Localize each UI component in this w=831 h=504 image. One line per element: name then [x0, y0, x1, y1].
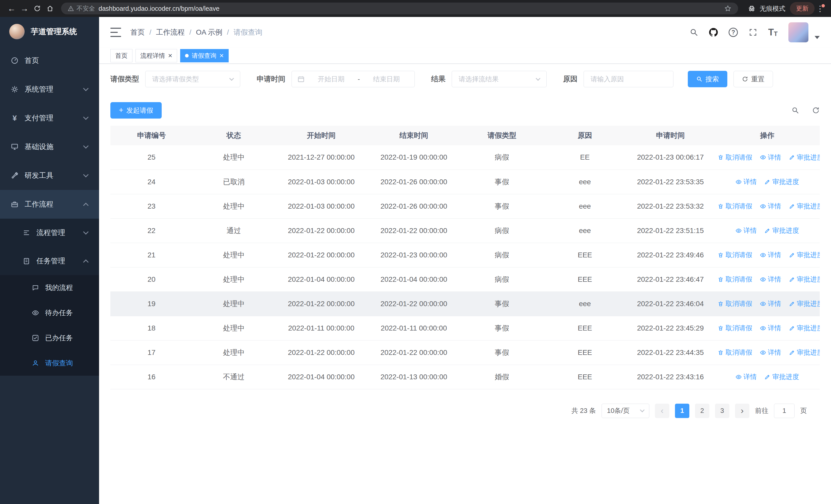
sidebar-item-home[interactable]: 首页 [0, 46, 99, 75]
detail-link[interactable]: 详情 [760, 250, 781, 260]
cell-apply-id: 24 [110, 170, 193, 194]
apply-time-range-picker[interactable]: 开始日期 - 结束日期 [291, 71, 415, 87]
reset-button[interactable]: 重置 [734, 71, 773, 87]
browser-update-button[interactable]: 更新 [790, 2, 814, 15]
table-row: 25 处理中 2021-12-27 00:00:00 2022-01-19 00… [110, 145, 820, 170]
forward-icon[interactable]: → [18, 2, 31, 15]
search-icon [696, 76, 703, 82]
tab-home[interactable]: 首页 [110, 49, 133, 62]
goto-page-input[interactable] [774, 404, 795, 418]
next-page-button[interactable]: › [735, 404, 749, 418]
caret-down-icon[interactable] [814, 36, 820, 39]
pen-icon [789, 252, 795, 258]
sidebar-item-process-management[interactable]: 流程管理 [0, 219, 99, 247]
total-count: 共 23 条 [572, 406, 596, 415]
detail-link[interactable]: 详情 [760, 348, 781, 357]
tab-process-detail[interactable]: 流程详情× [136, 49, 177, 62]
detail-link[interactable]: 详情 [760, 299, 781, 308]
page-button-3[interactable]: 3 [715, 404, 729, 418]
page-button-2[interactable]: 2 [695, 404, 709, 418]
approval-progress-link[interactable]: 审批进度 [764, 373, 799, 381]
security-warning[interactable]: 不安全 [68, 4, 95, 12]
sidebar-toggle-icon[interactable] [110, 28, 121, 37]
approval-progress-link[interactable]: 审批进度 [789, 250, 820, 260]
fullscreen-icon[interactable] [749, 28, 757, 37]
eye-icon [760, 350, 766, 356]
page-button-1[interactable]: 1 [675, 404, 689, 418]
cell-leave-type: 事假 [460, 292, 544, 316]
sidebar-item-payment[interactable]: ¥ 支付管理 [0, 104, 99, 132]
sidebar-item-done-tasks[interactable]: 已办任务 [0, 325, 99, 351]
tab-leave-query[interactable]: 请假查询× [180, 49, 228, 62]
leave-query-page: 请假类型 请选择请假类型 申请时间 开始日期 - 结束日期 结果 请选择流结果 [99, 64, 831, 504]
url-text[interactable]: dashboard.yudao.iocoder.cn/bpm/oa/leave [98, 5, 220, 12]
sidebar-item-infrastructure[interactable]: 基础设施 [0, 132, 99, 161]
page-size-select[interactable]: 10条/页 [602, 404, 649, 418]
refresh-table-icon[interactable] [812, 107, 820, 114]
cancel-leave-link[interactable]: 取消请假 [718, 299, 752, 308]
cell-apply-id: 19 [110, 292, 193, 316]
prev-page-button[interactable]: ‹ [655, 404, 669, 418]
breadcrumb-oa-example[interactable]: OA 示例 [196, 27, 223, 37]
detail-link[interactable]: 详情 [760, 153, 781, 162]
cell-apply-id: 21 [110, 243, 193, 267]
toggle-search-icon[interactable] [792, 107, 799, 114]
breadcrumb-home[interactable]: 首页 [131, 27, 145, 37]
approval-progress-link[interactable]: 审批进度 [764, 177, 799, 186]
reason-input[interactable] [591, 75, 666, 83]
address-bar[interactable]: 不安全 dashboard.yudao.iocoder.cn/bpm/oa/le… [61, 3, 738, 14]
close-icon[interactable]: × [220, 52, 224, 59]
bookmark-star-icon[interactable] [724, 5, 732, 12]
approval-progress-link[interactable]: 审批进度 [789, 275, 820, 284]
cancel-leave-link[interactable]: 取消请假 [718, 348, 752, 357]
sidebar-item-leave-query[interactable]: 请假查询 [0, 351, 99, 376]
approval-progress-link[interactable]: 审批进度 [789, 202, 820, 211]
search-icon[interactable] [690, 28, 698, 37]
approval-progress-link[interactable]: 审批进度 [789, 299, 820, 308]
cancel-leave-link[interactable]: 取消请假 [718, 275, 752, 284]
cell-apply-id: 17 [110, 340, 193, 365]
sidebar-item-todo-tasks[interactable]: 待办任务 [0, 300, 99, 325]
cancel-leave-link[interactable]: 取消请假 [718, 250, 752, 260]
col-apply-id: 申请编号 [110, 126, 193, 145]
chevron-down-icon [83, 114, 89, 120]
approval-progress-link[interactable]: 审批进度 [764, 226, 799, 235]
avatar[interactable] [789, 22, 808, 42]
font-size-icon[interactable]: TT [768, 28, 778, 37]
question-icon[interactable]: ? [728, 28, 738, 37]
back-icon[interactable]: ← [5, 2, 18, 15]
col-end-time: 结束时间 [368, 126, 460, 145]
search-button[interactable]: 搜索 [688, 71, 727, 87]
cell-actions: 取消请假 详情 审批进度 [715, 340, 820, 365]
cancel-leave-link[interactable]: 取消请假 [718, 202, 752, 211]
sidebar-item-my-process[interactable]: 我的流程 [0, 275, 99, 300]
approval-progress-link[interactable]: 审批进度 [789, 324, 820, 333]
create-leave-button[interactable]: + 发起请假 [110, 102, 162, 119]
browser-menu-icon[interactable]: ⋮ [814, 4, 826, 13]
reload-icon[interactable] [31, 2, 44, 15]
detail-link[interactable]: 详情 [736, 226, 757, 235]
result-select[interactable]: 请选择流结果 [452, 71, 547, 87]
cell-apply-time: 2022-01-22 23:43:16 [626, 365, 715, 389]
detail-link[interactable]: 详情 [760, 275, 781, 284]
sidebar-item-devtools[interactable]: 研发工具 [0, 161, 99, 190]
check-square-icon [32, 334, 39, 342]
sidebar-item-task-management[interactable]: 任务管理 [0, 247, 99, 275]
cancel-leave-link[interactable]: 取消请假 [718, 324, 752, 333]
close-icon[interactable]: × [168, 52, 172, 59]
eye-icon [736, 374, 742, 380]
trash-icon [718, 325, 724, 331]
sidebar-item-system[interactable]: 系统管理 [0, 75, 99, 104]
leave-type-select[interactable]: 请选择请假类型 [145, 71, 240, 87]
detail-link[interactable]: 详情 [760, 324, 781, 333]
cancel-leave-link[interactable]: 取消请假 [718, 153, 752, 162]
detail-link[interactable]: 详情 [736, 373, 757, 381]
detail-link[interactable]: 详情 [760, 202, 781, 211]
sidebar-item-workflow[interactable]: 工作流程 [0, 190, 99, 219]
github-icon[interactable] [709, 28, 718, 37]
approval-progress-link[interactable]: 审批进度 [789, 153, 820, 162]
home-icon[interactable] [44, 2, 56, 15]
approval-progress-link[interactable]: 审批进度 [789, 348, 820, 357]
breadcrumb-workflow[interactable]: 工作流程 [156, 27, 185, 37]
detail-link[interactable]: 详情 [736, 177, 757, 186]
